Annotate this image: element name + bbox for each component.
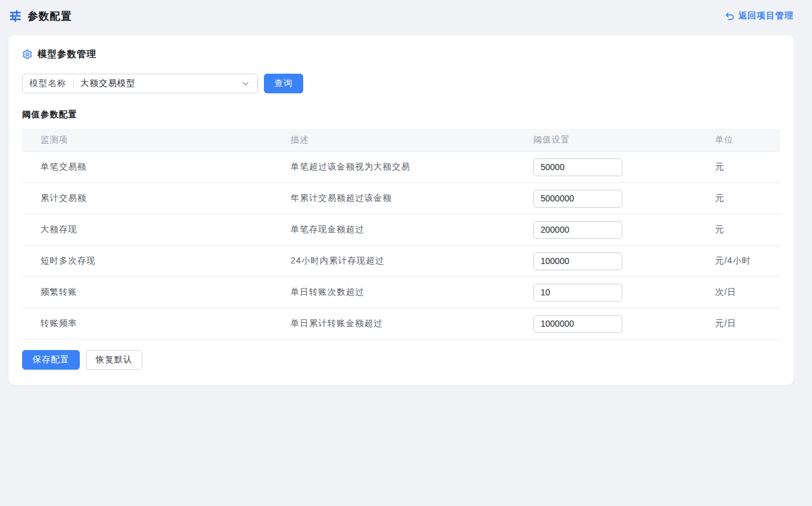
description-cell: 单日转账次数超过 (273, 277, 515, 308)
column-header-item: 监测项 (22, 129, 273, 152)
description-cell: 单笔存现金额超过 (273, 214, 515, 246)
unit-cell: 次/日 (697, 277, 780, 308)
threshold-section-title: 阈值参数配置 (22, 109, 780, 120)
model-name-select[interactable]: 模型名称 大额交易模型 (22, 74, 258, 93)
monitor-item-cell: 单笔交易额 (22, 152, 273, 183)
card-title: 模型参数管理 (37, 49, 96, 60)
unit-cell: 元 (697, 183, 780, 214)
threshold-input[interactable] (533, 190, 622, 208)
table-row: 转账频率 单日累计转账金额超过 元/日 (22, 308, 780, 340)
model-parameter-card: 模型参数管理 模型名称 大额交易模型 查询 阈值参数配置 监测项 描述 阈值设置… (9, 35, 794, 385)
undo-arrow-icon (725, 11, 735, 21)
threshold-input[interactable] (533, 315, 622, 333)
table-row: 频繁转账 单日转账次数超过 次/日 (22, 277, 780, 308)
back-link-label: 返回项目管理 (738, 10, 794, 21)
table-row: 大额存现 单笔存现金额超过 元 (22, 214, 780, 246)
threshold-input[interactable] (533, 252, 622, 270)
unit-cell: 元/日 (697, 308, 780, 340)
unit-cell: 元/4小时 (697, 246, 780, 277)
table-row: 短时多次存现 24小时内累计存现超过 元/4小时 (22, 246, 780, 277)
unit-cell: 元 (697, 152, 780, 183)
back-to-project-link[interactable]: 返回项目管理 (725, 10, 794, 21)
column-header-unit: 单位 (697, 129, 780, 152)
column-header-desc: 描述 (273, 129, 515, 152)
card-header: 模型参数管理 (22, 49, 780, 60)
model-name-selected-value: 大额交易模型 (74, 78, 241, 89)
threshold-input[interactable] (533, 284, 622, 302)
table-row: 单笔交易额 单笔超过该金额视为大额交易 元 (22, 152, 780, 183)
description-cell: 单日累计转账金额超过 (273, 308, 515, 340)
filter-row: 模型名称 大额交易模型 查询 (22, 74, 780, 93)
page-title: 参数配置 (28, 9, 72, 23)
description-cell: 年累计交易额超过该金额 (273, 183, 515, 214)
chevron-down-icon (241, 79, 257, 88)
threshold-cell (515, 246, 697, 277)
threshold-table-head: 监测项 描述 阈值设置 单位 (22, 129, 780, 152)
threshold-input[interactable] (533, 158, 622, 176)
threshold-cell (515, 277, 697, 308)
monitor-item-cell: 频繁转账 (22, 277, 273, 308)
page-heading: 参数配置 (9, 9, 72, 23)
top-bar: 参数配置 返回项目管理 (0, 0, 812, 32)
threshold-cell (515, 214, 697, 246)
monitor-item-cell: 累计交易额 (22, 183, 273, 214)
threshold-table-body: 单笔交易额 单笔超过该金额视为大额交易 元 累计交易额 年累计交易额超过该金额 … (22, 152, 780, 340)
threshold-table: 监测项 描述 阈值设置 单位 单笔交易额 单笔超过该金额视为大额交易 元 累计交… (22, 129, 780, 340)
query-button[interactable]: 查询 (264, 74, 303, 93)
description-cell: 单笔超过该金额视为大额交易 (273, 152, 515, 183)
table-row: 累计交易额 年累计交易额超过该金额 元 (22, 183, 780, 214)
threshold-input[interactable] (533, 221, 622, 239)
model-name-label: 模型名称 (23, 78, 73, 89)
column-header-value: 阈值设置 (515, 129, 697, 152)
threshold-cell (515, 183, 697, 214)
restore-default-button[interactable]: 恢复默认 (86, 350, 142, 370)
threshold-cell (515, 152, 697, 183)
gear-icon (22, 49, 33, 60)
monitor-item-cell: 短时多次存现 (22, 246, 273, 277)
description-cell: 24小时内累计存现超过 (273, 246, 515, 277)
unit-cell: 元 (697, 214, 780, 246)
actions-row: 保存配置 恢复默认 (22, 350, 780, 370)
save-config-button[interactable]: 保存配置 (22, 350, 80, 370)
monitor-item-cell: 大额存现 (22, 214, 273, 246)
sliders-icon (9, 9, 22, 23)
threshold-cell (515, 308, 697, 340)
monitor-item-cell: 转账频率 (22, 308, 273, 340)
